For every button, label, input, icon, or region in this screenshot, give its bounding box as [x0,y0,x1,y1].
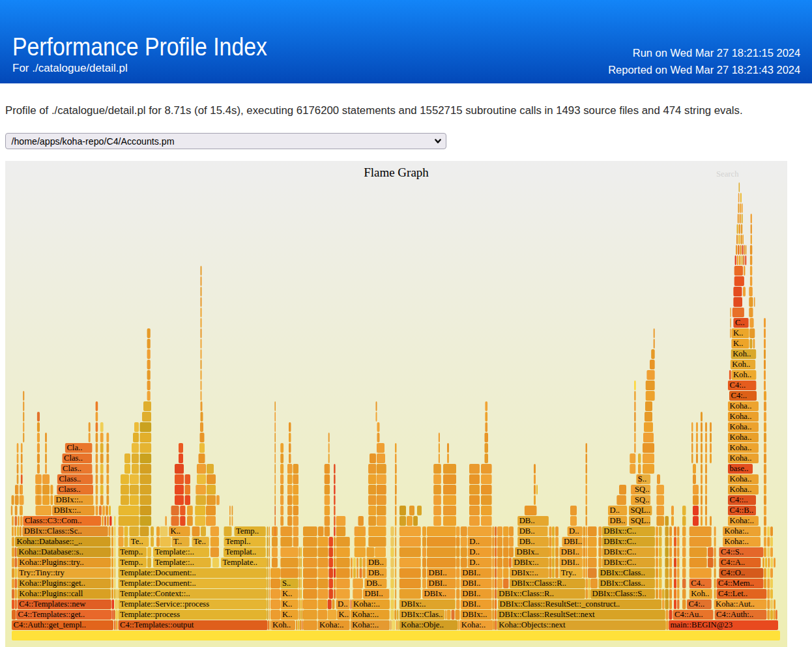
svg-text:Temp..: Temp.. [120,558,143,567]
svg-text:DB..: DB.. [368,558,384,567]
svg-text:Clas..: Clas.. [64,453,83,463]
svg-text:Template::..: Template::.. [155,558,194,567]
svg-text:DBI..: DBI.. [561,558,579,567]
svg-text:DB..: DB.. [519,537,535,546]
svg-text:C4::Auth::get_templ..: C4::Auth::get_templ.. [14,620,86,629]
svg-text:DBIx..: DBIx.. [517,547,540,556]
svg-text:SQL..: SQL.. [631,516,650,525]
svg-text:DBIx::Class::ResultSet::_const: DBIx::Class::ResultSet::_construct.. [500,599,620,609]
svg-text:C4::O..: C4::O.. [721,568,745,577]
svg-text:DBIx::C..: DBIx::C.. [603,558,636,567]
svg-text:DBI..: DBI.. [365,589,383,598]
svg-text:Koh..: Koh.. [732,349,751,358]
svg-text:DBIx::..: DBIx::.. [511,568,538,577]
svg-text:Koha:..: Koha:.. [725,526,749,536]
svg-text:DB..: DB.. [368,568,384,577]
svg-text:C4::A..: C4::A.. [721,558,745,567]
svg-text:DBI..: DBI.. [462,568,480,577]
svg-text:DBIx::..: DBIx::.. [54,506,81,515]
svg-text:Templat..: Templat.. [225,547,257,556]
svg-text:C4:..: C4:.. [730,381,746,390]
svg-text:D..: D.. [338,599,348,609]
svg-text:DBI..: DBI.. [564,537,582,546]
svg-text:DBIx::Class::R..: DBIx::Class::R.. [499,589,554,598]
svg-text:C4::Templates::get..: C4::Templates::get.. [18,610,85,619]
svg-text:DBIx::Class::S..: DBIx::Class::S.. [592,589,646,598]
svg-text:Koha:..: Koha:.. [461,620,486,629]
svg-text:Koha..: Koha.. [730,412,752,421]
svg-text:Koh..: Koh.. [732,360,750,369]
svg-text:Class..: Class.. [59,485,81,494]
svg-text:C4::Templates::new: C4::Templates::new [19,599,86,609]
svg-text:DBIx:..: DBIx:.. [401,599,426,609]
svg-text:C4::Au..: C4::Au.. [674,610,703,619]
svg-text:DBI..: DBI.. [429,568,447,577]
svg-text:Koha::Database::s..: Koha::Database::s.. [19,547,83,556]
svg-text:DBIx::C..: DBIx::C.. [603,547,636,556]
svg-text:main::BEGIN@23: main::BEGIN@23 [671,620,733,629]
svg-text:SQL..: SQL.. [631,506,650,515]
svg-text:Koha..: Koha.. [730,433,752,442]
svg-text:Koha..: Koha.. [730,401,752,410]
svg-text:base..: base.. [730,464,749,473]
svg-text:C4::Auth:..: C4::Auth:.. [716,610,753,619]
svg-text:Koha::Plugins::get..: Koha::Plugins::get.. [19,579,85,588]
svg-text:C4:..: C4:.. [688,599,704,609]
svg-text:Koha..: Koha.. [730,453,752,463]
svg-text:D..: D.. [569,526,579,536]
svg-text:Class::C3::Com..: Class::C3::Com.. [25,516,81,525]
svg-text:Template::process: Template::process [120,610,180,619]
svg-text:DBIx:..: DBIx:.. [462,610,487,619]
svg-text:Template::Document:..: Template::Document:.. [120,568,196,577]
svg-text:Temp..: Temp.. [120,547,143,556]
svg-text:Koh..: Koh.. [691,589,709,598]
svg-text:Koha::Plugins::try..: Koha::Plugins::try.. [19,558,83,567]
svg-text:Koha::..: Koha::.. [353,599,380,609]
svg-text:Template..: Template.. [223,558,257,567]
svg-text:DB..: DB.. [610,516,626,525]
svg-text:Te..: Te.. [131,537,143,546]
svg-text:Cla..: Cla.. [66,443,82,452]
svg-text:Try::Tiny::try: Try::Tiny::try [19,568,65,577]
svg-text:DBIx::Class::Sc..: DBIx::Class::Sc.. [24,526,82,536]
svg-text:D..: D.. [610,506,620,515]
svg-text:Koha:..: Koha:.. [725,537,749,546]
svg-text:Koha::Database::_..: Koha::Database::_.. [17,537,83,546]
svg-text:D..: D.. [469,558,480,567]
svg-text:Koha::Objects::next: Koha::Objects::next [499,620,566,629]
svg-text:DBIx::..: DBIx::.. [56,495,83,504]
svg-text:C4::Mem..: C4::Mem.. [718,579,754,588]
svg-text:DB..: DB.. [366,579,382,588]
svg-text:C4::Templates::output: C4::Templates::output [120,620,194,629]
svg-text:Clas..: Clas.. [63,464,81,473]
svg-text:Koha::..: Koha::.. [352,620,379,629]
svg-text:DBI..: DBI.. [462,579,480,588]
svg-text:DBIx::Class..: DBIx::Class.. [600,568,645,577]
svg-text:Try..: Try.. [561,568,576,577]
svg-text:C..: C.. [735,318,745,327]
svg-text:C4..: C4.. [691,579,704,588]
svg-text:K..: K.. [282,610,293,619]
svg-text:Search: Search [716,169,739,179]
svg-text:SQ..: SQ.. [635,495,650,504]
svg-text:Koha::Obje..: Koha::Obje.. [401,620,444,629]
svg-text:Te..: Te.. [194,537,206,546]
svg-text:K..: K.. [171,526,181,536]
svg-text:DB..: DB.. [519,516,535,525]
svg-text:DBI..: DBI.. [462,589,480,598]
svg-text:DBIx..: DBIx.. [424,589,447,598]
svg-text:DBI..: DBI.. [561,547,579,556]
svg-text:Temp..: Temp.. [236,526,259,536]
svg-text:K..: K.. [733,339,744,348]
svg-text:Koha:..: Koha:.. [319,620,343,629]
svg-text:Templ..: Templ.. [225,537,251,546]
svg-text:D..: D.. [469,537,480,546]
svg-text:Koha..: Koha.. [730,443,752,452]
svg-text:C4:..: C4:.. [731,391,747,400]
svg-text:DB..: DB.. [519,526,535,536]
svg-text:DBIx:..: DBIx:.. [514,558,539,567]
svg-text:Class..: Class.. [59,474,81,483]
svg-text:D..: D.. [469,547,480,556]
svg-text:DBIx::C..: DBIx::C.. [603,526,636,536]
svg-text:Koha..: Koha.. [730,422,752,431]
